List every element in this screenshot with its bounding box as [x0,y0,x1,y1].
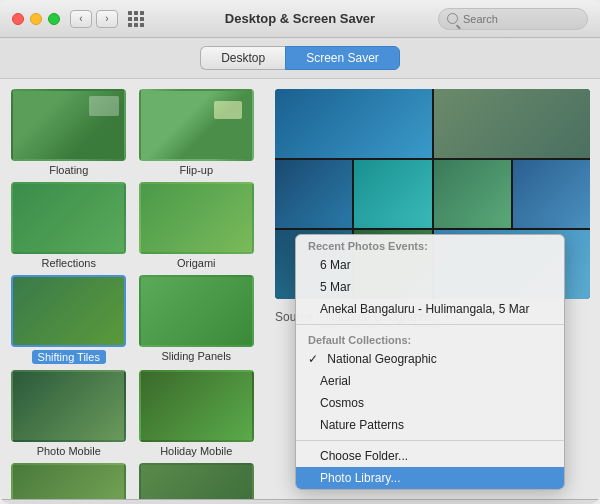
collage-mountain [434,89,591,158]
dot [128,11,132,15]
thumb-reflections[interactable]: Reflections [8,182,130,269]
thumb-label-shifting: Shifting Tiles [32,350,106,364]
thumb-label-photomobile: Photo Mobile [37,445,101,457]
thumb-img-extra2 [139,463,254,499]
collage-ocean [275,89,432,158]
thumb-holidaymobile[interactable]: Holiday Mobile [136,370,258,457]
dot [134,23,138,27]
dropdown-item-5mar[interactable]: 5 Mar [296,276,564,298]
dropdown-item-photo-library[interactable]: Photo Library... [296,467,564,489]
thumb-label-floating: Floating [49,164,88,176]
thumb-img-flipup [139,89,254,161]
dropdown-menu: Recent Photos Events: 6 Mar 5 Mar Anekal… [295,234,565,490]
thumb-extra1[interactable] [8,463,130,499]
back-button[interactable]: ‹ [70,10,92,28]
search-icon [447,13,458,24]
dropdown-item-nature[interactable]: Nature Patterns [296,414,564,436]
thumb-img-sliding [139,275,254,347]
tab-screensaver[interactable]: Screen Saver [285,46,400,70]
thumb-img-extra1 [11,463,126,499]
maximize-button[interactable] [48,13,60,25]
dropdown-divider-1 [296,324,564,325]
collage-green [434,160,511,229]
thumb-photomobile[interactable]: Photo Mobile [8,370,130,457]
thumb-label-origami: Origami [177,257,216,269]
thumb-flipup[interactable]: Flip-up [136,89,258,176]
dot [140,11,144,15]
search-input[interactable] [463,13,579,25]
thumb-label-holidaymobile: Holiday Mobile [160,445,232,457]
thumb-img-photomobile [11,370,126,442]
thumb-label-flipup: Flip-up [179,164,213,176]
thumb-label-reflections: Reflections [42,257,96,269]
checkmark-natgeo: ✓ [308,352,320,366]
thumb-extra2[interactable] [136,463,258,499]
minimize-button[interactable] [30,13,42,25]
grid-icon[interactable] [128,11,144,27]
traffic-lights [12,13,60,25]
forward-button[interactable]: › [96,10,118,28]
dropdown-item-6mar[interactable]: 6 Mar [296,254,564,276]
apps-grid [128,11,144,27]
dot [140,23,144,27]
dropdown-item-anekal[interactable]: Anekal Bangaluru - Hulimangala, 5 Mar [296,298,564,320]
thumb-img-shifting [11,275,126,347]
thumb-img-reflections [11,182,126,254]
collage-blue [513,160,590,229]
thumb-shifting[interactable]: Shifting Tiles [8,275,130,364]
dropdown-item-aerial[interactable]: Aerial [296,370,564,392]
thumb-img-floating [11,89,126,161]
left-panel: Floating Flip-up Reflections Origami Shi… [0,79,265,499]
right-panel: Source National Geographic Recent Photos… [265,79,600,499]
dot [134,11,138,15]
tab-desktop[interactable]: Desktop [200,46,285,70]
collage-teal [354,160,431,229]
dot [128,23,132,27]
thumb-img-origami [139,182,254,254]
dot [128,17,132,21]
dropdown-section-recent: Recent Photos Events: [296,235,564,254]
thumb-img-holidaymobile [139,370,254,442]
dropdown-item-cosmos[interactable]: Cosmos [296,392,564,414]
thumb-floating[interactable]: Floating [8,89,130,176]
collage-penguins [275,160,352,229]
dropdown-section-collections: Default Collections: [296,329,564,348]
dropdown-divider-2 [296,440,564,441]
nav-buttons: ‹ › [70,10,118,28]
window-title: Desktop & Screen Saver [225,11,375,26]
main-content: Floating Flip-up Reflections Origami Shi… [0,79,600,499]
thumbnail-grid: Floating Flip-up Reflections Origami Shi… [8,89,257,499]
titlebar: ‹ › Desktop & Screen Saver [0,0,600,38]
bottom-bar: Start after: 20 Minutes 5 Minutes 10 Min… [0,499,600,504]
thumb-origami[interactable]: Origami [136,182,258,269]
dot [134,17,138,21]
tab-bar: Desktop Screen Saver [0,38,600,79]
dot [140,17,144,21]
close-button[interactable] [12,13,24,25]
thumb-sliding[interactable]: Sliding Panels [136,275,258,364]
dropdown-item-natgeo[interactable]: ✓ National Geographic [296,348,564,370]
search-box[interactable] [438,8,588,30]
thumb-label-sliding: Sliding Panels [161,350,231,362]
dropdown-item-choose-folder[interactable]: Choose Folder... [296,445,564,467]
